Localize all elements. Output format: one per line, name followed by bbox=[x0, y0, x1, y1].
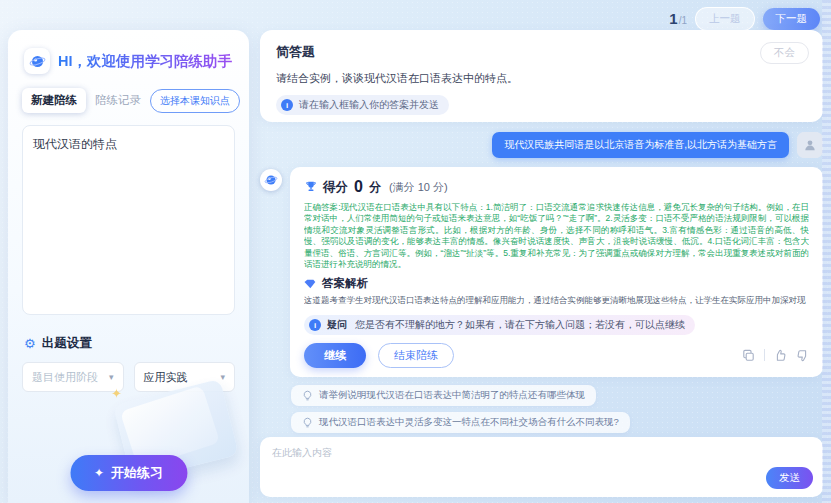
analysis-text: 这道题考查学生对现代汉语口语表达特点的理解和应用能力，通过结合实例能够更清晰地展… bbox=[304, 294, 809, 308]
lightbulb-icon bbox=[302, 390, 313, 401]
page-current: 1 bbox=[669, 10, 677, 27]
feedback-icons bbox=[742, 349, 809, 362]
trophy-icon bbox=[304, 180, 318, 194]
app-logo bbox=[24, 48, 50, 74]
send-button[interactable]: 发送 bbox=[766, 467, 813, 489]
ai-avatar bbox=[260, 169, 282, 191]
suggestion-text: 现代汉语口语表达中灵活多变这一特点在不同社交场合有什么不同表现? bbox=[319, 416, 619, 429]
thumbs-up-icon[interactable] bbox=[774, 349, 787, 362]
question-text: 请结合实例，谈谈现代汉语在口语表达中的特点。 bbox=[276, 71, 807, 86]
suggested-questions: 请举例说明现代汉语在口语表达中简洁明了的特点还有哪些体现 现代汉语口语表达中灵活… bbox=[260, 385, 823, 433]
sparkle-icon: ✦ bbox=[94, 467, 104, 479]
chevron-down-icon: ▾ bbox=[109, 372, 114, 382]
message-input[interactable] bbox=[272, 446, 741, 488]
scrollbar[interactable] bbox=[822, 0, 831, 503]
dont-know-button[interactable]: 不会 bbox=[760, 42, 809, 64]
score-unit: 分 bbox=[369, 179, 381, 196]
answer-hint-pill: i 请在输入框输入你的答案并发送 bbox=[276, 95, 449, 115]
followup-label: 疑问 bbox=[327, 318, 347, 332]
page-total: /1 bbox=[679, 15, 687, 26]
message-composer: 发送 bbox=[260, 437, 823, 497]
prev-question-button[interactable]: 上一题 bbox=[695, 7, 755, 31]
analysis-title: 答案解析 bbox=[322, 276, 368, 291]
suggestion-chip[interactable]: 现代汉语口语表达中灵活多变这一特点在不同社交场合有什么不同表现? bbox=[291, 412, 630, 433]
start-practice-button[interactable]: ✦ 开始练习 bbox=[70, 455, 187, 491]
score-row: 得分 0 分 (满分 10 分) bbox=[304, 178, 809, 196]
question-type-label: 简答题 bbox=[276, 43, 807, 61]
question-pager: 1/1 上一题 下一题 bbox=[669, 7, 820, 31]
person-icon bbox=[803, 138, 817, 152]
correct-answer-text: 正确答案:现代汉语在口语表达中具有以下特点：1.简洁明了：口语交流通常追求快速传… bbox=[304, 202, 809, 270]
info-icon: i bbox=[309, 319, 321, 331]
followup-pill: i 疑问 您是否有不理解的地方？如果有，请在下方输入问题；若没有，可以点继续 bbox=[304, 315, 695, 335]
page-indicator: 1/1 bbox=[669, 10, 687, 28]
ai-actions-row: 继续 结束陪练 bbox=[304, 343, 809, 367]
gem-icon bbox=[304, 278, 316, 290]
user-avatar bbox=[797, 132, 823, 158]
end-practice-button[interactable]: 结束陪练 bbox=[378, 343, 454, 368]
sparkle-decoration-icon: ✦ bbox=[111, 386, 122, 401]
main-panel: 简答题 不会 请结合实例，谈谈现代汉语在口语表达中的特点。 i 请在输入框输入你… bbox=[260, 30, 823, 497]
info-icon: i bbox=[281, 99, 293, 111]
sidebar-header: HI，欢迎使用学习陪练助手 bbox=[24, 48, 233, 74]
thumbs-down-icon[interactable] bbox=[796, 349, 809, 362]
topic-input[interactable]: 现代汉语的特点 bbox=[22, 125, 235, 315]
suggestion-chip[interactable]: 请举例说明现代汉语在口语表达中简洁明了的特点还有哪些体现 bbox=[291, 385, 596, 406]
gear-icon: ⚙ bbox=[24, 337, 36, 350]
ai-message-row: 得分 0 分 (满分 10 分) 正确答案:现代汉语在口语表达中具有以下特点：1… bbox=[260, 167, 823, 377]
score-label: 得分 bbox=[323, 179, 348, 196]
user-message-bubble: 现代汉民族共同语是以北京语音为标准音,以北方话为基础方言 bbox=[492, 132, 789, 158]
question-settings-header: ⚙ 出题设置 bbox=[24, 335, 233, 352]
user-message-row: 现代汉民族共同语是以北京语音为标准音,以北方话为基础方言 bbox=[260, 132, 823, 158]
analysis-header: 答案解析 bbox=[304, 277, 809, 290]
score-value: 0 bbox=[354, 178, 363, 196]
question-card: 简答题 不会 请结合实例，谈谈现代汉语在口语表达中的特点。 i 请在输入框输入你… bbox=[260, 30, 823, 122]
start-practice-label: 开始练习 bbox=[111, 464, 163, 482]
sidebar-tabs: 新建陪练 陪练记录 选择本课知识点 bbox=[22, 88, 235, 113]
answer-hint-text: 请在输入框输入你的答案并发送 bbox=[299, 98, 439, 112]
select-knowledge-button[interactable]: 选择本课知识点 bbox=[150, 89, 240, 113]
planet-icon bbox=[29, 53, 46, 70]
continue-button[interactable]: 继续 bbox=[304, 343, 366, 368]
tab-practice-history[interactable]: 陪练记录 bbox=[86, 88, 150, 113]
icon-divider bbox=[764, 349, 765, 361]
question-settings-title: 出题设置 bbox=[42, 335, 92, 352]
score-max: (满分 10 分) bbox=[389, 180, 448, 195]
next-question-button[interactable]: 下一题 bbox=[763, 8, 821, 30]
suggestion-text: 请举例说明现代汉语在口语表达中简洁明了的特点还有哪些体现 bbox=[319, 389, 585, 402]
greeting-title: HI，欢迎使用学习陪练助手 bbox=[58, 52, 232, 71]
sidebar: HI，欢迎使用学习陪练助手 新建陪练 陪练记录 选择本课知识点 现代汉语的特点 … bbox=[8, 30, 249, 503]
planet-icon bbox=[264, 173, 278, 187]
tab-new-practice[interactable]: 新建陪练 bbox=[22, 88, 86, 113]
followup-text: 您是否有不理解的地方？如果有，请在下方输入问题；若没有，可以点继续 bbox=[355, 318, 685, 332]
copy-icon[interactable] bbox=[742, 349, 755, 362]
lightbulb-icon bbox=[302, 417, 313, 428]
chevron-down-icon: ▾ bbox=[220, 372, 225, 382]
ai-response-card: 得分 0 分 (满分 10 分) 正确答案:现代汉语在口语表达中具有以下特点：1… bbox=[290, 167, 823, 377]
